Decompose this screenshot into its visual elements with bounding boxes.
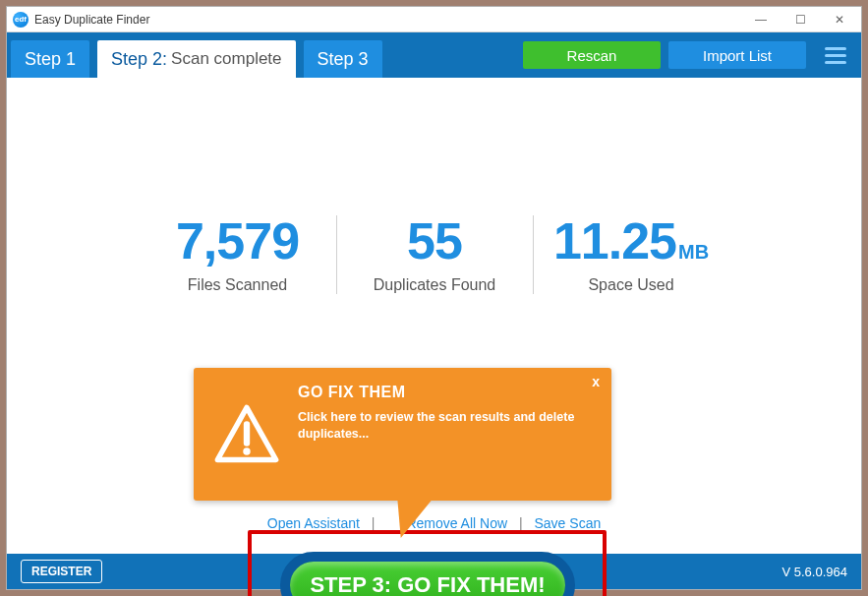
tooltip-close-button[interactable]: x [592,374,600,389]
tab-step2[interactable]: Step 2: Scan complete [97,40,296,78]
close-button[interactable]: ✕ [820,8,859,31]
open-assistant-link[interactable]: Open Assistant [267,515,360,531]
stat-duplicates-found: 55 Duplicates Found [336,215,533,294]
tab-step1[interactable]: Step 1 [11,40,89,78]
go-fix-them-button[interactable]: STEP 3: GO FIX THEM! [280,552,575,596]
main-content: 7,579 Files Scanned 55 Duplicates Found … [7,78,861,554]
maximize-button[interactable]: ☐ [781,8,820,31]
stats-row: 7,579 Files Scanned 55 Duplicates Found … [7,215,861,294]
version-label: V 5.6.0.964 [782,565,848,579]
tooltip-popup: GO FIX THEM Click here to review the sca… [194,368,611,501]
stat-space-used: 11.25MB Space Used [533,215,729,294]
hamburger-menu-icon[interactable] [820,41,851,69]
save-scan-link[interactable]: Save Scan [535,515,602,531]
register-button[interactable]: REGISTER [21,560,102,583]
stat-files-scanned: 7,579 Files Scanned [140,215,336,294]
titlebar: edf Easy Duplicate Finder — ☐ ✕ [7,7,861,32]
rescan-button[interactable]: Rescan [523,41,661,69]
tooltip-title: GO FIX THEM [298,384,592,401]
app-window: edf Easy Duplicate Finder — ☐ ✕ Step 1 S… [6,6,862,590]
tab-step3[interactable]: Step 3 [304,40,382,78]
import-list-button[interactable]: Import List [668,41,806,69]
warning-icon [213,401,280,468]
minimize-button[interactable]: — [741,8,781,31]
app-icon: edf [13,12,29,28]
tooltip-body: Click here to review the scan results an… [298,409,592,443]
svg-point-1 [243,447,250,454]
window-title: Easy Duplicate Finder [34,13,149,27]
top-toolbar: Step 1 Step 2: Scan complete Step 3 Resc… [7,32,861,78]
window-controls: — ☐ ✕ [741,8,859,31]
action-links: Open Assistant | Remove All Now | Save S… [7,515,861,531]
